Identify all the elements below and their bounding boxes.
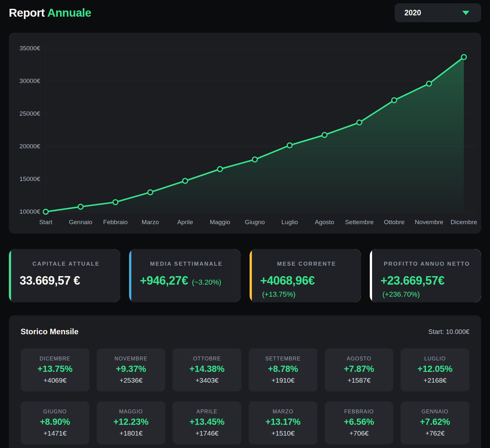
chart-point-giugno [253,157,257,162]
chart-x-tick-labels: StartGennaioFebbraioMarzoAprileMaggioGiu… [39,219,477,225]
stat-card-media-settimanale: MEDIA SETTIMANALE +946,27€ (~3.20%) [131,249,240,302]
stat-card: PROFITTO ANNUO NETTO +23.669,57€ (+236.7… [370,249,481,302]
month-percent: +6.56% [344,417,374,427]
stats-row: CAPITALE ATTUALE 33.669,57 € MEDIA SETTI… [9,249,481,302]
month-amount: +1910€ [271,376,295,384]
svg-text:Aprile: Aprile [177,219,193,225]
svg-text:Giugno: Giugno [245,219,265,225]
chart-y-tick-labels: 10000€15000€20000€25000€30000€35000€ [20,45,41,215]
month-card-dicembre: DICEMBRE +13.75% +4069€ [21,348,90,391]
month-card-novembre: NOVEMBRE +9.37% +2536€ [97,348,166,391]
month-name: LUGLIO [424,356,446,362]
stat-label: MEDIA SETTIMANALE [140,261,233,267]
history-header: Storico Mensile Start: 10.000€ [21,327,469,336]
month-percent: +13.17% [266,417,301,427]
svg-text:Dicembre: Dicembre [450,219,477,225]
month-amount: +1587€ [348,376,371,384]
stat-card: MESE CORRENTE +4068,96€ (+13.75%) [250,249,361,302]
month-name: GENNAIO [422,409,449,415]
stat-sub-percent: (~3.20%) [192,278,221,287]
chevron-down-icon [462,11,469,15]
month-card-giugno: GIUGNO +8.90% +1471€ [21,401,90,444]
stat-card-mese-corrente: MESE CORRENTE +4068,96€ (+13.75%) [252,249,361,302]
svg-text:Ottobre: Ottobre [384,219,404,225]
stat-card-capitale-attuale: CAPITALE ATTUALE 33.669,57 € [11,249,120,302]
month-amount: +1746€ [195,429,219,437]
month-card-luglio: LUGLIO +12.05% +2168€ [400,348,469,391]
stat-card: CAPITALE ATTUALE 33.669,57 € [9,249,120,302]
chart-point-luglio [287,143,292,148]
month-name: AGOSTO [347,356,371,362]
history-title: Storico Mensile [21,327,78,336]
month-card-gennaio: GENNAIO +7.62% +762€ [400,401,469,444]
capital-growth-chart: 10000€15000€20000€25000€30000€35000€Star… [9,33,481,234]
header: Report Annuale 2020 [9,3,481,23]
svg-text:10000€: 10000€ [20,208,41,215]
month-card-marzo: MARZO +13.17% +1510€ [249,401,318,444]
month-name: MAGGIO [119,409,143,415]
month-name: GIUGNO [43,409,67,415]
svg-text:Gennaio: Gennaio [69,219,92,225]
month-percent: +7.87% [344,364,374,374]
page-title-accent: Annuale [47,6,91,19]
svg-text:Settembre: Settembre [345,219,374,225]
stat-value: +23.669,57€ [381,274,445,288]
page-title: Report Annuale [9,6,91,19]
svg-text:Marzo: Marzo [142,219,159,225]
month-percent: +13.45% [189,417,224,427]
month-percent: +12.23% [113,417,148,427]
chart-point-febbraio [113,200,118,205]
svg-text:Maggio: Maggio [210,219,230,225]
svg-text:25000€: 25000€ [20,110,41,117]
month-amount: +4069€ [43,376,67,384]
svg-text:Febbraio: Febbraio [103,219,128,225]
stat-sub-percent: (+236.70%) [383,290,473,299]
month-name: APRILE [197,409,218,415]
stat-value: +4068,96€ [260,274,315,288]
month-percent: +8.90% [40,417,70,427]
svg-text:35000€: 35000€ [20,45,41,52]
year-select[interactable]: 2020 [395,3,481,22]
svg-text:Start: Start [39,219,53,225]
svg-text:30000€: 30000€ [20,77,41,84]
stat-value: 33.669,57 € [20,274,80,288]
stat-label: CAPITALE ATTUALE [20,261,112,267]
month-percent: +9.37% [116,364,146,374]
month-amount: +1801€ [120,429,143,437]
month-percent: +13.75% [38,364,73,374]
month-card-agosto: AGOSTO +7.87% +1587€ [325,348,394,391]
month-amount: +1471€ [43,429,67,437]
chart-point-aprile [183,178,188,183]
month-percent: +12.05% [417,364,452,374]
month-amount: +762€ [425,429,445,437]
year-select-value: 2020 [404,8,421,17]
month-name: FEBBRAIO [344,409,374,415]
chart-area-fill [46,57,464,212]
chart-point-gennaio [78,204,83,209]
month-name: DICEMBRE [40,356,70,362]
month-name: NOVEMBRE [114,356,147,362]
capital-chart-panel: 10000€15000€20000€25000€30000€35000€Star… [9,33,481,234]
chart-point-novembre [427,81,432,86]
stat-label: MESE CORRENTE [260,261,353,267]
month-name: OTTOBRE [193,356,221,362]
chart-point-maggio [218,167,222,172]
page-title-primary: Report [9,6,45,19]
chart-point-start [43,209,48,214]
svg-text:20000€: 20000€ [20,143,41,150]
month-grid: DICEMBRE +13.75% +4069€ NOVEMBRE +9.37% … [21,348,469,444]
month-card-aprile: APRILE +13.45% +1746€ [172,401,241,444]
history-panel: Storico Mensile Start: 10.000€ DICEMBRE … [9,315,481,448]
month-amount: +2168€ [423,376,447,384]
month-name: MARZO [272,409,293,415]
svg-text:Novembre: Novembre [415,219,444,225]
month-card-febbraio: FEBBRAIO +6.56% +706€ [325,401,394,444]
month-amount: +3403€ [195,376,219,384]
month-card-maggio: MAGGIO +12.23% +1801€ [97,401,166,444]
month-card-settembre: SETTEMBRE +8.78% +1910€ [249,348,318,391]
chart-point-agosto [322,132,327,137]
history-start-label: Start: 10.000€ [428,328,469,336]
svg-text:Luglio: Luglio [281,219,298,225]
month-card-ottobre: OTTOBRE +14.38% +3403€ [172,348,241,391]
month-name: SETTEMBRE [265,356,301,362]
